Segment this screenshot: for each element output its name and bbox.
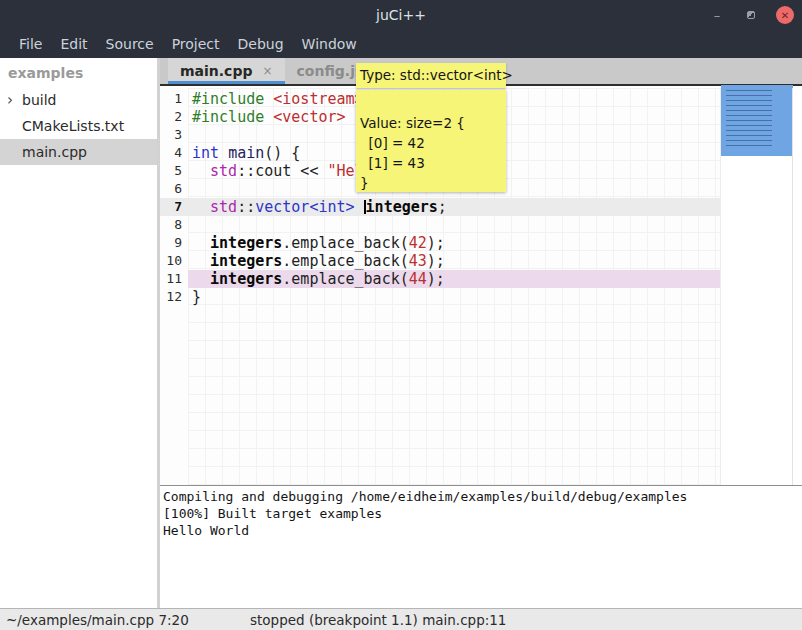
menu-edit[interactable]: Edit — [51, 32, 96, 56]
juci-window: juCi++ – ✕ FileEditSourceProjectDebugWin… — [0, 0, 802, 630]
line-number[interactable]: 9 — [160, 234, 188, 252]
value-tooltip-line: } — [360, 173, 506, 193]
type-tooltip: Type: std::vector<int> — [356, 63, 506, 88]
line-number[interactable]: 8 — [160, 216, 188, 234]
editor-scrollbar[interactable] — [792, 88, 802, 485]
line-number[interactable]: 7 — [160, 198, 188, 216]
line-number[interactable]: 5 — [160, 162, 188, 180]
terminal-line: [100%] Built target examples — [163, 505, 802, 522]
line-number[interactable]: 6 — [160, 180, 188, 198]
line-number[interactable]: 2 — [160, 108, 188, 126]
line-number[interactable]: 3 — [160, 126, 188, 144]
line-number[interactable]: 11 — [160, 270, 188, 288]
value-tooltip-line: [1] = 43 — [360, 153, 506, 173]
value-tooltip-line: [0] = 42 — [360, 133, 506, 153]
menu-file[interactable]: File — [10, 32, 51, 56]
close-button[interactable]: ✕ — [776, 6, 794, 24]
file-tree-sidebar[interactable]: examples ›buildCMakeLists.txtmain.cpp — [0, 58, 157, 608]
expand-chevron-icon[interactable]: › — [7, 87, 13, 113]
menu-window[interactable]: Window — [293, 32, 366, 56]
line-number[interactable]: 12 — [160, 288, 188, 306]
value-tooltip-line — [360, 93, 506, 113]
value-tooltip-line: Value: size=2 { — [360, 113, 506, 133]
window-title: juCi++ — [376, 7, 426, 23]
statusbar: ~/examples/main.cpp 7:20 stopped (breakp… — [0, 608, 802, 630]
titlebar[interactable]: juCi++ – ✕ — [0, 0, 802, 30]
file-tree: ›buildCMakeLists.txtmain.cpp — [0, 87, 157, 165]
code-line-12[interactable]: 12} — [160, 288, 720, 306]
terminal-output[interactable]: Compiling and debugging /home/eidheim/ex… — [160, 486, 802, 608]
code-text[interactable]: integers.emplace_back(42); — [188, 234, 720, 252]
tree-item-label: CMakeLists.txt — [22, 118, 124, 134]
menubar: FileEditSourceProjectDebugWindow — [0, 30, 802, 58]
window-controls: – ✕ — [708, 0, 794, 30]
code-text[interactable]: std::vector<int> integers; — [188, 198, 720, 216]
project-name-header: examples — [0, 58, 157, 87]
code-text[interactable]: } — [188, 288, 720, 306]
code-text[interactable]: integers.emplace_back(43); — [188, 252, 720, 270]
tree-item-cmakelists-txt[interactable]: CMakeLists.txt — [0, 113, 157, 139]
tree-item-main-cpp[interactable]: main.cpp — [0, 139, 157, 165]
code-text[interactable] — [188, 216, 720, 234]
tab-main-cpp[interactable]: main.cpp× — [168, 58, 285, 84]
terminal-line: Hello World — [163, 522, 802, 539]
restore-button[interactable] — [742, 6, 760, 24]
tab-close-icon[interactable]: × — [262, 64, 272, 78]
line-number[interactable]: 1 — [160, 90, 188, 108]
menu-project[interactable]: Project — [163, 32, 229, 56]
minimap[interactable] — [720, 88, 792, 485]
tree-item-label: build — [22, 92, 56, 108]
line-number[interactable]: 10 — [160, 252, 188, 270]
menu-debug[interactable]: Debug — [229, 32, 293, 56]
code-line-8[interactable]: 8 — [160, 216, 720, 234]
status-debug-state: stopped (breakpoint 1.1) main.cpp:11 — [250, 612, 506, 628]
terminal-line: Compiling and debugging /home/eidheim/ex… — [163, 488, 802, 505]
minimize-button[interactable]: – — [708, 6, 726, 24]
line-number[interactable]: 4 — [160, 144, 188, 162]
value-tooltip: Value: size=2 { [0] = 42 [1] = 43} — [356, 90, 506, 192]
code-line-9[interactable]: 9 integers.emplace_back(42); — [160, 234, 720, 252]
minimap-viewport[interactable] — [721, 85, 793, 156]
code-text[interactable]: integers.emplace_back(44); — [188, 270, 720, 288]
restore-icon — [747, 11, 755, 19]
tab-label: main.cpp — [180, 63, 252, 79]
code-line-10[interactable]: 10 integers.emplace_back(43); — [160, 252, 720, 270]
code-line-11[interactable]: 11 integers.emplace_back(44); — [160, 270, 720, 288]
menu-source[interactable]: Source — [97, 32, 163, 56]
tree-item-label: main.cpp — [22, 144, 87, 160]
code-line-7[interactable]: 7 std::vector<int> integers; — [160, 198, 720, 216]
tree-item-build[interactable]: ›build — [0, 87, 157, 113]
status-file-position: ~/examples/main.cpp 7:20 — [6, 612, 189, 628]
